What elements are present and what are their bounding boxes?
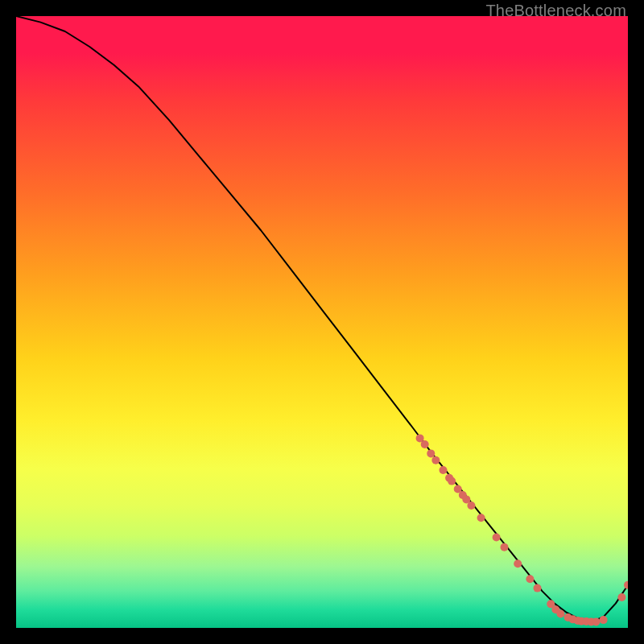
bottleneck-curve <box>16 16 628 621</box>
data-point <box>467 502 475 510</box>
data-point <box>514 559 522 568</box>
highlight-points <box>416 434 628 625</box>
chart-container: TheBottleneck.com <box>0 0 644 644</box>
data-point <box>592 617 600 625</box>
data-point <box>534 584 542 592</box>
data-point <box>617 593 625 601</box>
data-point <box>526 575 534 583</box>
data-point <box>600 616 608 624</box>
data-point <box>448 477 456 485</box>
data-point <box>431 456 440 464</box>
data-point <box>421 440 429 448</box>
data-point <box>556 610 564 618</box>
data-point <box>477 514 485 522</box>
data-point <box>439 466 447 474</box>
data-point <box>493 534 501 542</box>
data-point <box>427 449 435 457</box>
data-point <box>500 543 508 551</box>
plot-area <box>16 16 628 628</box>
data-point <box>624 581 628 589</box>
curve-layer <box>16 16 628 628</box>
